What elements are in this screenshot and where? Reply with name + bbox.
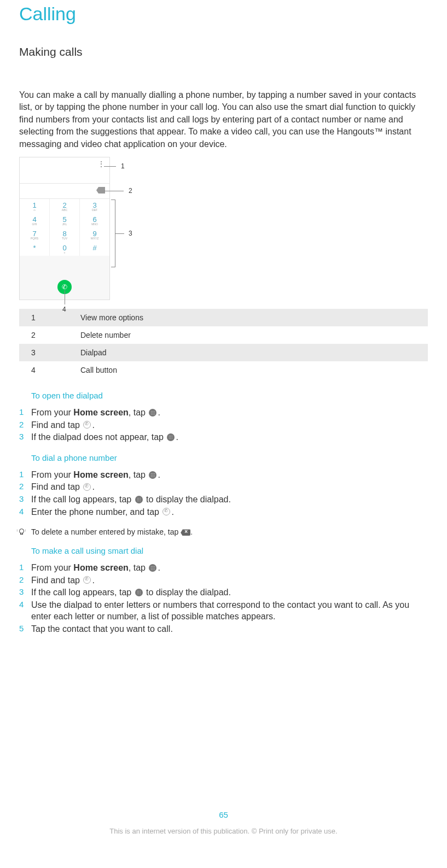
callout-4: 4 <box>62 306 66 313</box>
call-icon <box>161 507 171 517</box>
keypad-key: 4GHI <box>20 213 50 227</box>
keypad-key: 1∞ <box>20 199 50 213</box>
legend-table: 1View more options2Delete number3Dialpad… <box>19 309 428 379</box>
tip-bulb-icon: ⠃⠃ <box>19 529 31 536</box>
keypad-key: 5JKL <box>50 213 80 227</box>
copyright-notice: This is an internet version of this publ… <box>0 827 447 835</box>
keypad-key: 3DEF <box>80 199 109 213</box>
apps-icon <box>148 408 158 418</box>
step-item: 2Find and tap . <box>19 419 428 431</box>
subsection-smart-dial: To make a call using smart dial <box>31 546 428 555</box>
legend-row: 3Dialpad <box>19 344 428 361</box>
keypad-key: * <box>20 242 50 256</box>
phone-icon <box>82 482 92 492</box>
keypad-key: 7PQRS <box>20 227 50 242</box>
legend-row: 2Delete number <box>19 326 428 344</box>
subsection-dial-number: To dial a phone number <box>31 453 428 462</box>
step-item: 1From your Home screen, tap . <box>19 562 428 574</box>
step-item: 3If the call log appears, tap to display… <box>19 587 428 599</box>
keypad-key: 0+ <box>50 242 80 256</box>
keypad-key: 6MNO <box>80 213 109 227</box>
legend-row: 1View more options <box>19 309 428 326</box>
step-item: 2Find and tap . <box>19 574 428 587</box>
tip-row: ⠃⠃ To delete a number entered by mistake… <box>19 527 428 536</box>
intro-paragraph: You can make a call by manually dialling… <box>19 89 428 150</box>
dial-icon <box>134 588 144 597</box>
apps-icon <box>148 470 158 480</box>
page-title: Calling <box>19 0 428 25</box>
section-heading: Making calls <box>19 45 428 58</box>
step-item: 5Tap the contact that you want to call. <box>19 623 428 635</box>
subsection-open-dialpad: To open the dialpad <box>31 391 428 400</box>
steps-open-dialpad: 1From your Home screen, tap .2Find and t… <box>19 407 428 443</box>
keypad-key: 9WXYZ <box>80 227 109 242</box>
delete-icon <box>181 529 190 536</box>
callout-3: 3 <box>129 230 132 237</box>
page-number: 65 <box>0 810 447 819</box>
apps-icon <box>148 563 158 573</box>
steps-dial-number: 1From your Home screen, tap .2Find and t… <box>19 469 428 518</box>
legend-row: 4Call button <box>19 361 428 379</box>
dialpad-figure: ⋮ 1∞2ABC3DEF4GHI5JKL6MNO7PQRS8TUV9WXYZ*0… <box>19 157 110 300</box>
step-item: 4Use the dialpad to enter letters or num… <box>19 599 428 623</box>
phone-icon <box>82 575 92 585</box>
callout-1: 1 <box>121 162 125 170</box>
figure-wrapper: ⋮ 1∞2ABC3DEF4GHI5JKL6MNO7PQRS8TUV9WXYZ*0… <box>19 157 428 300</box>
step-item: 1From your Home screen, tap . <box>19 469 428 481</box>
dial-icon <box>134 495 144 505</box>
step-item: 4Enter the phone number, and tap . <box>19 506 428 518</box>
step-item: 3If the call log appears, tap to display… <box>19 494 428 506</box>
tip-text: To delete a number entered by mistake, t… <box>31 527 181 536</box>
step-item: 3If the dialpad does not appear, tap . <box>19 431 428 443</box>
keypad-key: 8TUV <box>50 227 80 242</box>
dial-icon <box>166 432 176 442</box>
keypad-key: 2ABC <box>50 199 80 213</box>
phone-icon <box>82 420 92 430</box>
step-item: 1From your Home screen, tap . <box>19 407 428 419</box>
page-footer: 65 This is an internet version of this p… <box>0 810 447 842</box>
step-item: 2Find and tap . <box>19 481 428 493</box>
callout-2: 2 <box>129 187 132 195</box>
steps-smart-dial: 1From your Home screen, tap .2Find and t… <box>19 562 428 635</box>
keypad-key: # <box>80 242 109 256</box>
